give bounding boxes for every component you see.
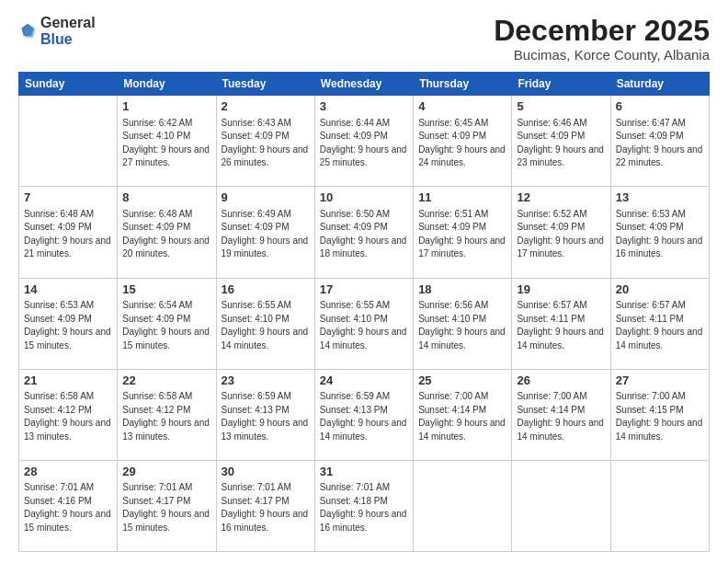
logo-icon [18,22,37,40]
day-number: 15 [122,282,210,298]
day-info: Sunrise: 7:00 AMSunset: 4:14 PMDaylight:… [418,391,506,442]
day-info: Sunrise: 7:01 AMSunset: 4:16 PMDaylight:… [24,482,111,533]
day-info: Sunrise: 6:45 AMSunset: 4:09 PMDaylight:… [418,118,506,168]
day-info: Sunrise: 6:59 AMSunset: 4:13 PMDaylight:… [320,391,407,442]
day-info: Sunrise: 6:58 AMSunset: 4:12 PMDaylight:… [122,391,210,442]
header-row: Sunday Monday Tuesday Wednesday Thursday… [19,73,710,96]
day-number: 29 [122,464,210,480]
table-row: 22 Sunrise: 6:58 AMSunset: 4:12 PMDaylig… [118,369,216,460]
table-row: 23 Sunrise: 6:59 AMSunset: 4:13 PMDaylig… [216,369,314,460]
day-info: Sunrise: 6:49 AMSunset: 4:09 PMDaylight:… [222,209,309,259]
calendar-week-3: 21 Sunrise: 6:58 AMSunset: 4:12 PMDaylig… [19,369,710,460]
logo-blue: Blue [40,31,73,47]
table-row [610,460,709,551]
table-row: 29 Sunrise: 7:01 AMSunset: 4:17 PMDaylig… [118,460,216,551]
day-info: Sunrise: 6:53 AMSunset: 4:09 PMDaylight:… [616,209,703,259]
day-number: 6 [616,98,704,115]
month-title: December 2025 [494,15,710,47]
day-info: Sunrise: 6:47 AMSunset: 4:09 PMDaylight:… [616,118,703,168]
day-info: Sunrise: 6:57 AMSunset: 4:11 PMDaylight:… [616,300,703,350]
table-row: 2 Sunrise: 6:43 AMSunset: 4:09 PMDayligh… [216,96,314,187]
day-info: Sunrise: 6:59 AMSunset: 4:13 PMDaylight:… [222,391,309,442]
table-row: 14 Sunrise: 6:53 AMSunset: 4:09 PMDaylig… [19,278,118,369]
day-info: Sunrise: 7:00 AMSunset: 4:15 PMDaylight:… [616,391,703,442]
table-row [19,96,118,187]
col-wednesday: Wednesday [314,73,413,96]
day-number: 1 [122,98,210,115]
day-number: 30 [222,464,310,480]
calendar-week-0: 1 Sunrise: 6:42 AMSunset: 4:10 PMDayligh… [19,96,710,187]
day-number: 8 [122,190,210,206]
day-info: Sunrise: 6:54 AMSunset: 4:09 PMDaylight:… [122,300,210,350]
day-number: 11 [418,190,506,206]
table-row: 8 Sunrise: 6:48 AMSunset: 4:09 PMDayligh… [118,187,216,278]
day-number: 12 [517,190,605,206]
day-number: 26 [517,373,605,389]
day-number: 2 [222,98,310,115]
col-sunday: Sunday [19,73,118,96]
day-info: Sunrise: 6:53 AMSunset: 4:09 PMDaylight:… [24,300,111,350]
col-tuesday: Tuesday [216,73,314,96]
table-row: 10 Sunrise: 6:50 AMSunset: 4:09 PMDaylig… [314,187,413,278]
calendar-week-2: 14 Sunrise: 6:53 AMSunset: 4:09 PMDaylig… [19,278,710,369]
location-subtitle: Bucimas, Korce County, Albania [494,47,710,63]
col-friday: Friday [512,73,610,96]
logo: General Blue [18,15,96,47]
day-info: Sunrise: 6:46 AMSunset: 4:09 PMDaylight:… [517,118,604,168]
day-info: Sunrise: 7:01 AMSunset: 4:17 PMDaylight:… [122,482,210,533]
table-row: 4 Sunrise: 6:45 AMSunset: 4:09 PMDayligh… [414,96,512,187]
table-row: 9 Sunrise: 6:49 AMSunset: 4:09 PMDayligh… [216,187,314,278]
day-info: Sunrise: 6:42 AMSunset: 4:10 PMDaylight:… [122,118,210,168]
col-saturday: Saturday [610,73,709,96]
calendar-table: Sunday Monday Tuesday Wednesday Thursday… [18,72,710,552]
table-row: 6 Sunrise: 6:47 AMSunset: 4:09 PMDayligh… [610,96,709,187]
day-info: Sunrise: 7:00 AMSunset: 4:14 PMDaylight:… [517,391,604,442]
day-number: 17 [320,282,408,298]
day-number: 19 [517,282,605,298]
logo-general: General [40,15,96,30]
table-row: 19 Sunrise: 6:57 AMSunset: 4:11 PMDaylig… [512,278,610,369]
header: General Blue December 2025 Bucimas, Korc… [18,15,710,63]
day-number: 16 [222,282,310,298]
day-info: Sunrise: 7:01 AMSunset: 4:18 PMDaylight:… [320,482,407,533]
table-row: 20 Sunrise: 6:57 AMSunset: 4:11 PMDaylig… [610,278,709,369]
day-number: 18 [418,282,506,298]
day-info: Sunrise: 7:01 AMSunset: 4:17 PMDaylight:… [222,482,309,533]
day-info: Sunrise: 6:48 AMSunset: 4:09 PMDaylight:… [122,209,210,259]
table-row: 16 Sunrise: 6:55 AMSunset: 4:10 PMDaylig… [216,278,314,369]
table-row: 11 Sunrise: 6:51 AMSunset: 4:09 PMDaylig… [414,187,512,278]
day-number: 14 [24,282,112,298]
logo-text: General Blue [40,15,96,47]
table-row: 26 Sunrise: 7:00 AMSunset: 4:14 PMDaylig… [512,369,610,460]
table-row: 24 Sunrise: 6:59 AMSunset: 4:13 PMDaylig… [314,369,413,460]
day-number: 21 [24,373,112,389]
day-number: 4 [418,98,506,115]
day-number: 20 [616,282,704,298]
day-info: Sunrise: 6:52 AMSunset: 4:09 PMDaylight:… [517,209,604,259]
table-row: 31 Sunrise: 7:01 AMSunset: 4:18 PMDaylig… [314,460,413,551]
day-info: Sunrise: 6:55 AMSunset: 4:10 PMDaylight:… [222,300,309,350]
table-row [512,460,610,551]
page: General Blue December 2025 Bucimas, Korc… [0,0,728,563]
table-row: 28 Sunrise: 7:01 AMSunset: 4:16 PMDaylig… [19,460,118,551]
day-info: Sunrise: 6:58 AMSunset: 4:12 PMDaylight:… [24,391,111,442]
table-row: 12 Sunrise: 6:52 AMSunset: 4:09 PMDaylig… [512,187,610,278]
day-number: 28 [24,464,112,480]
col-thursday: Thursday [414,73,512,96]
table-row: 7 Sunrise: 6:48 AMSunset: 4:09 PMDayligh… [19,187,118,278]
day-number: 23 [222,373,310,389]
day-number: 24 [320,373,408,389]
day-number: 22 [122,373,210,389]
day-number: 9 [222,190,310,206]
day-info: Sunrise: 6:51 AMSunset: 4:09 PMDaylight:… [418,209,506,259]
day-number: 13 [616,190,704,206]
table-row [414,460,512,551]
day-number: 10 [320,190,408,206]
day-number: 5 [517,98,605,115]
table-row: 15 Sunrise: 6:54 AMSunset: 4:09 PMDaylig… [118,278,216,369]
day-info: Sunrise: 6:56 AMSunset: 4:10 PMDaylight:… [418,300,506,350]
day-number: 3 [320,98,408,115]
table-row: 25 Sunrise: 7:00 AMSunset: 4:14 PMDaylig… [414,369,512,460]
table-row: 5 Sunrise: 6:46 AMSunset: 4:09 PMDayligh… [512,96,610,187]
table-row: 30 Sunrise: 7:01 AMSunset: 4:17 PMDaylig… [216,460,314,551]
